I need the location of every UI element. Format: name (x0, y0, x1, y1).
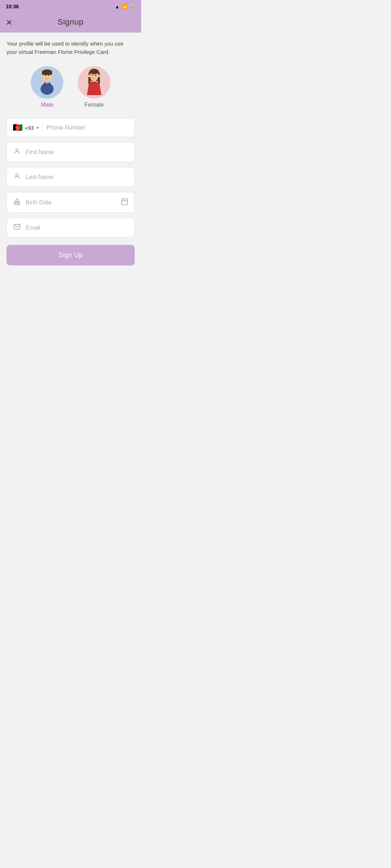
person-icon (13, 148, 21, 157)
svg-line-25 (93, 74, 94, 75)
status-time: 10:36 (6, 4, 19, 9)
gender-option-female[interactable]: Female (78, 66, 110, 108)
last-name-input[interactable] (26, 174, 129, 180)
first-name-input[interactable] (26, 149, 129, 156)
country-code: +93 (25, 125, 34, 131)
birthday-icon (13, 198, 21, 207)
svg-rect-8 (45, 80, 49, 82)
person-icon-2 (13, 173, 21, 182)
svg-point-20 (98, 75, 100, 77)
description-text: Your profile will be used to identify wh… (7, 40, 135, 56)
svg-point-21 (92, 75, 93, 76)
male-avatar (31, 66, 63, 99)
male-label: Male (41, 102, 54, 108)
country-selector[interactable]: 🇦🇫 +93 ▾ (13, 124, 39, 132)
email-field (7, 218, 135, 238)
phone-divider (42, 124, 43, 132)
signup-button[interactable]: Sign Up (7, 245, 135, 265)
male-avatar-svg (33, 68, 62, 97)
svg-point-11 (45, 75, 46, 76)
birth-date-input[interactable] (26, 199, 121, 206)
page-title: Signup (58, 17, 84, 27)
svg-point-30 (16, 174, 18, 176)
svg-line-23 (92, 74, 92, 75)
content-area: Your profile will be used to identify wh… (0, 33, 141, 273)
svg-line-28 (96, 74, 97, 75)
phone-field: 🇦🇫 +93 ▾ (7, 118, 135, 137)
female-avatar-svg (80, 68, 109, 97)
calendar-icon[interactable] (121, 197, 129, 207)
top-bar: ✕ Signup (0, 13, 141, 33)
gender-selector: Male (7, 66, 135, 108)
svg-line-26 (95, 74, 95, 75)
svg-point-22 (95, 75, 96, 76)
female-avatar (78, 66, 110, 99)
first-name-field (7, 142, 135, 162)
close-button[interactable]: ✕ (6, 19, 12, 27)
svg-rect-2 (42, 72, 52, 75)
svg-point-19 (88, 75, 91, 77)
email-icon (13, 223, 21, 232)
wifi-icon: ▲ (115, 4, 119, 9)
gender-option-male[interactable]: Male (31, 66, 63, 108)
phone-input[interactable] (46, 124, 129, 131)
svg-point-9 (41, 75, 43, 77)
svg-point-12 (48, 75, 49, 76)
female-label: Female (84, 102, 104, 108)
svg-point-15 (89, 69, 99, 74)
country-flag: 🇦🇫 (13, 124, 22, 132)
svg-point-10 (51, 75, 53, 77)
signal-icon: 📶 (122, 4, 127, 9)
birth-date-field (7, 192, 135, 213)
svg-point-29 (16, 149, 18, 151)
status-bar: 10:36 ▲ 📶 🔋 (0, 0, 141, 13)
email-input[interactable] (26, 225, 129, 231)
battery-icon: 🔋 (130, 4, 135, 9)
status-icons: ▲ 📶 🔋 (115, 4, 135, 9)
dropdown-arrow-icon: ▾ (37, 125, 39, 130)
svg-rect-35 (122, 199, 128, 205)
last-name-field (7, 167, 135, 187)
